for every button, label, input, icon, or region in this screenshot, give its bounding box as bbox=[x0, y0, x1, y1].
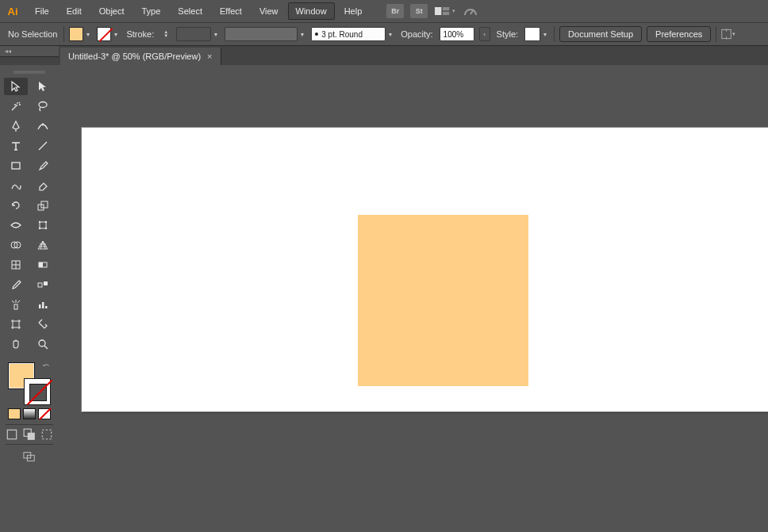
direct-selection-tool[interactable] bbox=[31, 78, 55, 95]
artboard-tool[interactable] bbox=[4, 316, 28, 333]
svg-rect-30 bbox=[39, 304, 41, 308]
rotate-tool[interactable] bbox=[4, 197, 28, 214]
zoom-tool[interactable] bbox=[31, 335, 55, 353]
width-tool[interactable] bbox=[4, 216, 28, 234]
svg-rect-29 bbox=[14, 304, 17, 309]
curvature-tool[interactable] bbox=[31, 117, 55, 135]
arrange-documents-icon[interactable]: ▾ bbox=[435, 4, 455, 18]
brush-label: 3 pt. Round bbox=[321, 30, 363, 39]
type-tool[interactable] bbox=[4, 137, 28, 155]
stroke-weight-stepper[interactable]: ▲▼ bbox=[160, 27, 171, 41]
selection-tool[interactable] bbox=[4, 78, 28, 95]
selection-status: No Selection bbox=[6, 29, 59, 39]
eraser-tool[interactable] bbox=[31, 177, 55, 194]
swap-fill-stroke-icon[interactable]: ⤺ bbox=[43, 361, 52, 370]
menu-help[interactable]: Help bbox=[336, 2, 371, 20]
panel-collapse-icon[interactable]: ◂◂ bbox=[0, 46, 59, 57]
brush-definition[interactable]: 3 pt. Round bbox=[311, 27, 386, 41]
svg-point-9 bbox=[39, 102, 47, 108]
menu-file[interactable]: File bbox=[27, 2, 57, 20]
menu-select[interactable]: Select bbox=[170, 2, 210, 20]
perspective-grid-tool[interactable] bbox=[31, 236, 55, 254]
stroke-swatch-none[interactable] bbox=[97, 27, 111, 41]
mesh-tool[interactable] bbox=[4, 256, 28, 274]
svg-point-16 bbox=[39, 221, 40, 223]
line-segment-tool[interactable] bbox=[31, 137, 55, 155]
pen-tool[interactable] bbox=[4, 117, 28, 135]
screen-mode-icon[interactable] bbox=[21, 450, 38, 464]
menu-type[interactable]: Type bbox=[134, 2, 169, 20]
canvas-viewport[interactable] bbox=[81, 127, 768, 532]
gpu-performance-icon[interactable] bbox=[460, 4, 481, 18]
chevron-down-icon[interactable]: ▾ bbox=[212, 27, 220, 41]
stroke-swatch-combo[interactable]: ▾ bbox=[97, 27, 120, 41]
close-icon[interactable]: × bbox=[207, 52, 212, 61]
align-to-icon[interactable]: ▾ bbox=[721, 29, 735, 40]
stroke-label: Stroke: bbox=[125, 29, 156, 39]
fill-stroke-control[interactable]: ⤺ bbox=[6, 361, 52, 405]
preferences-button[interactable]: Preferences bbox=[647, 26, 711, 42]
free-transform-tool[interactable] bbox=[31, 216, 55, 234]
draw-inside-icon[interactable] bbox=[40, 428, 53, 441]
svg-rect-38 bbox=[28, 433, 35, 440]
stock-icon[interactable]: St bbox=[410, 4, 428, 18]
svg-line-11 bbox=[39, 142, 47, 150]
svg-point-34 bbox=[39, 340, 45, 346]
stroke-weight-combo[interactable]: ▾ bbox=[176, 27, 220, 41]
menu-object[interactable]: Object bbox=[91, 2, 132, 20]
shape-builder-tool[interactable] bbox=[4, 236, 28, 254]
svg-point-19 bbox=[45, 228, 47, 229]
style-label: Style: bbox=[495, 29, 520, 39]
gradient-tool[interactable] bbox=[31, 256, 55, 274]
magic-wand-tool[interactable] bbox=[4, 98, 28, 115]
svg-point-18 bbox=[39, 228, 40, 229]
rectangle-shape[interactable] bbox=[358, 215, 528, 386]
stroke-weight-field[interactable] bbox=[176, 27, 211, 41]
slice-tool[interactable] bbox=[31, 316, 55, 333]
opacity-dropdown[interactable]: › bbox=[479, 27, 490, 41]
workspace[interactable] bbox=[59, 65, 768, 532]
scale-tool[interactable] bbox=[31, 197, 55, 214]
fill-swatch[interactable] bbox=[69, 27, 83, 41]
brush-definition-combo[interactable]: 3 pt. Round ▾ bbox=[311, 27, 394, 41]
column-graph-tool[interactable] bbox=[31, 296, 55, 313]
chevron-down-icon[interactable]: ▾ bbox=[541, 27, 549, 41]
draw-behind-icon[interactable] bbox=[23, 428, 36, 441]
draw-normal-icon[interactable] bbox=[6, 428, 18, 441]
opacity-field[interactable]: 100% bbox=[440, 27, 474, 41]
chevron-down-icon[interactable]: ▾ bbox=[386, 27, 394, 41]
panel-grip-icon[interactable] bbox=[6, 70, 53, 75]
symbol-sprayer-tool[interactable] bbox=[4, 296, 28, 313]
rectangle-tool[interactable] bbox=[4, 157, 28, 174]
svg-rect-2 bbox=[443, 12, 449, 15]
color-mode-none[interactable] bbox=[38, 408, 51, 419]
color-mode-gradient[interactable] bbox=[23, 408, 36, 419]
chevron-down-icon[interactable]: ▾ bbox=[84, 27, 92, 41]
menu-edit[interactable]: Edit bbox=[59, 2, 90, 20]
chevron-down-icon[interactable]: ▾ bbox=[112, 27, 120, 41]
stroke-indicator[interactable] bbox=[24, 378, 51, 405]
graphic-style-swatch[interactable] bbox=[524, 27, 540, 41]
svg-rect-15 bbox=[40, 222, 46, 228]
artboard[interactable] bbox=[81, 127, 768, 412]
menu-window[interactable]: Window bbox=[288, 2, 335, 20]
color-mode-solid[interactable] bbox=[8, 408, 21, 419]
variable-width-profile[interactable] bbox=[225, 27, 298, 41]
menu-view[interactable]: View bbox=[252, 2, 286, 20]
menu-effect[interactable]: Effect bbox=[212, 2, 250, 20]
graphic-style-combo[interactable]: ▾ bbox=[524, 27, 549, 41]
blend-tool[interactable] bbox=[31, 276, 55, 293]
bridge-icon[interactable]: Br bbox=[386, 4, 404, 18]
document-setup-button[interactable]: Document Setup bbox=[559, 26, 642, 42]
svg-rect-28 bbox=[44, 281, 48, 285]
variable-width-profile-combo[interactable]: ▾ bbox=[225, 27, 306, 41]
shaper-tool[interactable] bbox=[4, 177, 28, 194]
chevron-down-icon[interactable]: ▾ bbox=[298, 27, 306, 41]
lasso-tool[interactable] bbox=[31, 98, 55, 115]
eyedropper-tool[interactable] bbox=[4, 276, 28, 293]
document-tab[interactable]: Untitled-3* @ 50% (RGB/Preview) × bbox=[60, 48, 221, 65]
paintbrush-tool[interactable] bbox=[31, 157, 55, 174]
fill-swatch-combo[interactable]: ▾ bbox=[69, 27, 92, 41]
hand-tool[interactable] bbox=[4, 335, 28, 353]
menu-bar: Ai File Edit Object Type Select Effect V… bbox=[0, 0, 768, 22]
